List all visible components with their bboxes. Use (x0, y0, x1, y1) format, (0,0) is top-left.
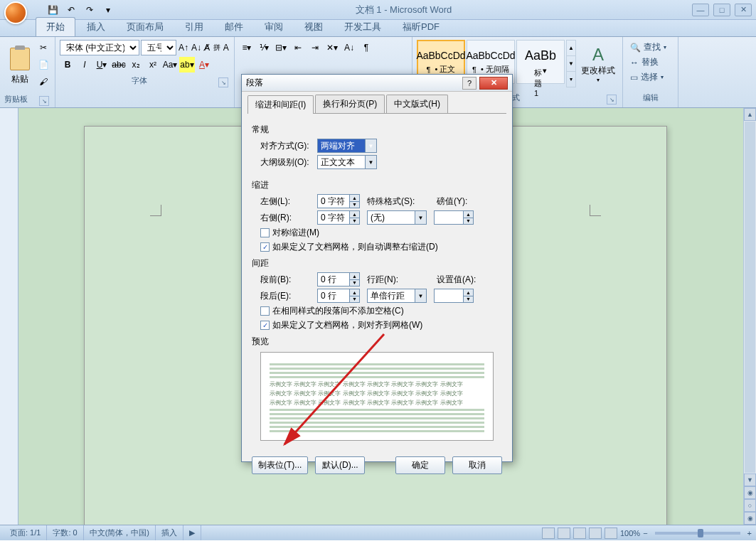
char-border-icon[interactable]: A (223, 40, 230, 55)
format-painter-icon[interactable]: 🖌 (36, 74, 50, 90)
vertical-scrollbar[interactable]: ▲ ▼ ◉ ○ ◉ (743, 108, 756, 525)
grow-font-icon[interactable]: A↑ (178, 40, 189, 55)
zoom-out-button[interactable]: − (643, 529, 647, 537)
tab-review[interactable]: 审阅 (255, 18, 293, 36)
insert-mode-status[interactable]: 插入 (156, 525, 183, 540)
maximize-button[interactable]: □ (713, 4, 730, 16)
dialog-tab-line-page-breaks[interactable]: 换行和分页(P) (315, 95, 385, 113)
line-spacing-combo[interactable]: 单倍行距▼ (367, 289, 427, 303)
save-icon[interactable]: 💾 (46, 3, 60, 17)
dialog-title-bar[interactable]: 段落 ? ✕ (242, 75, 512, 92)
clipboard-launcher-icon[interactable]: ↘ (39, 96, 49, 106)
cancel-button[interactable]: 取消 (452, 456, 502, 474)
close-button[interactable]: ✕ (735, 4, 752, 16)
snap-grid-checkbox[interactable]: ✓ (260, 321, 270, 330)
show-marks-button[interactable]: ¶ (358, 40, 374, 55)
browse-object-button[interactable]: ○ (744, 499, 756, 512)
find-button[interactable]: 🔍查找▾ (627, 40, 674, 55)
bullets-button[interactable]: ≡▾ (239, 40, 255, 55)
style-heading-1[interactable]: AaBb 标题 1▾ (516, 40, 565, 84)
dialog-tab-indent-spacing[interactable]: 缩进和间距(I) (247, 95, 314, 114)
font-name-select[interactable]: 宋体 (中文正文) (60, 40, 139, 55)
font-size-select[interactable]: 五号 (141, 40, 176, 55)
indent-left-spinner[interactable]: 0 字符▲▼ (317, 194, 360, 208)
outline-level-combo[interactable]: 正文文本▼ (317, 155, 377, 169)
sort-button[interactable]: A↓ (341, 40, 357, 55)
default-button[interactable]: 默认(D)... (315, 456, 365, 474)
qat-more-icon[interactable]: ▾ (101, 3, 115, 17)
next-page-button[interactable]: ◉ (744, 512, 756, 525)
tab-page-layout[interactable]: 页面布局 (117, 18, 174, 36)
styles-scroll-up[interactable]: ▲ (567, 41, 575, 55)
macro-status[interactable]: ▶ (183, 525, 201, 540)
styles-scroll-down[interactable]: ▼ (567, 55, 575, 71)
phonetic-icon[interactable]: 拼 (213, 40, 221, 55)
space-before-spinner[interactable]: 0 行▲▼ (317, 272, 360, 287)
ltr-button[interactable]: ✕▾ (324, 40, 340, 55)
tab-insert[interactable]: 插入 (77, 18, 115, 36)
dialog-close-button[interactable]: ✕ (479, 77, 508, 90)
tab-mailings[interactable]: 邮件 (215, 18, 253, 36)
tab-developer[interactable]: 开发工具 (334, 18, 391, 36)
alignment-combo[interactable]: 两端对齐▼ (317, 139, 377, 153)
tab-view[interactable]: 视图 (294, 18, 333, 36)
font-color-button[interactable]: A▾ (196, 57, 212, 73)
scroll-thumb[interactable] (745, 122, 755, 473)
mirror-indent-checkbox[interactable] (260, 228, 270, 237)
shrink-font-icon[interactable]: A↓ (191, 40, 202, 55)
indent-right-spinner[interactable]: 0 字符▲▼ (317, 210, 360, 225)
zoom-level[interactable]: 100% (620, 529, 640, 537)
decrease-indent-button[interactable]: ⇤ (290, 40, 306, 55)
page-number-status[interactable]: 页面: 1/1 (4, 525, 47, 540)
web-layout-view[interactable] (573, 528, 586, 539)
by-value-spinner[interactable]: ▲▼ (434, 210, 474, 225)
auto-adjust-checkbox[interactable]: ✓ (260, 242, 270, 252)
strike-button[interactable]: abc (111, 57, 127, 73)
increase-indent-button[interactable]: ⇥ (307, 40, 323, 55)
scroll-down-button[interactable]: ▼ (744, 473, 756, 486)
prev-page-button[interactable]: ◉ (744, 486, 756, 499)
dialog-help-button[interactable]: ? (462, 77, 477, 90)
italic-button[interactable]: I (77, 57, 92, 73)
outline-view[interactable] (589, 528, 602, 539)
special-format-combo[interactable]: (无)▼ (367, 210, 427, 225)
zoom-in-button[interactable]: + (747, 529, 752, 537)
cut-icon[interactable]: ✂ (36, 40, 50, 55)
full-reading-view[interactable] (558, 528, 570, 539)
undo-icon[interactable]: ↶ (64, 3, 78, 17)
vertical-ruler[interactable] (0, 108, 18, 525)
tabs-button[interactable]: 制表位(T)... (252, 456, 308, 474)
office-button[interactable] (3, 0, 31, 20)
copy-icon[interactable]: 📄 (36, 57, 50, 73)
subscript-button[interactable]: x₂ (128, 57, 144, 73)
word-count-status[interactable]: 字数: 0 (47, 525, 83, 540)
ok-button[interactable]: 确定 (395, 456, 445, 474)
draft-view[interactable] (605, 528, 617, 539)
no-space-checkbox[interactable] (260, 306, 270, 316)
tab-references[interactable]: 引用 (175, 18, 213, 36)
change-styles-button[interactable]: A 更改样式 ▾ (577, 40, 619, 87)
zoom-slider[interactable] (655, 532, 740, 535)
space-after-spinner[interactable]: 0 行▲▼ (317, 289, 360, 303)
tab-foxit-pdf[interactable]: 福昕PDF (393, 18, 449, 36)
dialog-tab-asian[interactable]: 中文版式(H) (386, 95, 448, 113)
paste-button[interactable]: 粘贴 (4, 40, 35, 92)
superscript-button[interactable]: x² (145, 57, 161, 73)
font-launcher-icon[interactable]: ↘ (218, 77, 228, 87)
bold-button[interactable]: B (60, 57, 75, 73)
styles-launcher-icon[interactable]: ↘ (607, 95, 617, 105)
underline-button[interactable]: U▾ (94, 57, 110, 73)
highlight-button[interactable]: ab▾ (179, 57, 195, 73)
clear-format-icon[interactable]: A̸ (203, 40, 211, 55)
select-button[interactable]: ▭选择▾ (627, 70, 674, 85)
numbering-button[interactable]: ⅟▾ (256, 40, 272, 55)
multilevel-button[interactable]: ⊟▾ (273, 40, 289, 55)
replace-button[interactable]: ↔替换 (627, 55, 674, 70)
at-value-spinner[interactable]: ▲▼ (434, 289, 474, 303)
tab-home[interactable]: 开始 (36, 17, 75, 36)
language-status[interactable]: 中文(简体，中国) (84, 525, 156, 540)
scroll-up-button[interactable]: ▲ (744, 108, 756, 121)
styles-more[interactable]: ▾ (567, 71, 575, 87)
change-case-button[interactable]: Aa▾ (162, 57, 178, 73)
minimize-button[interactable]: — (692, 4, 709, 16)
